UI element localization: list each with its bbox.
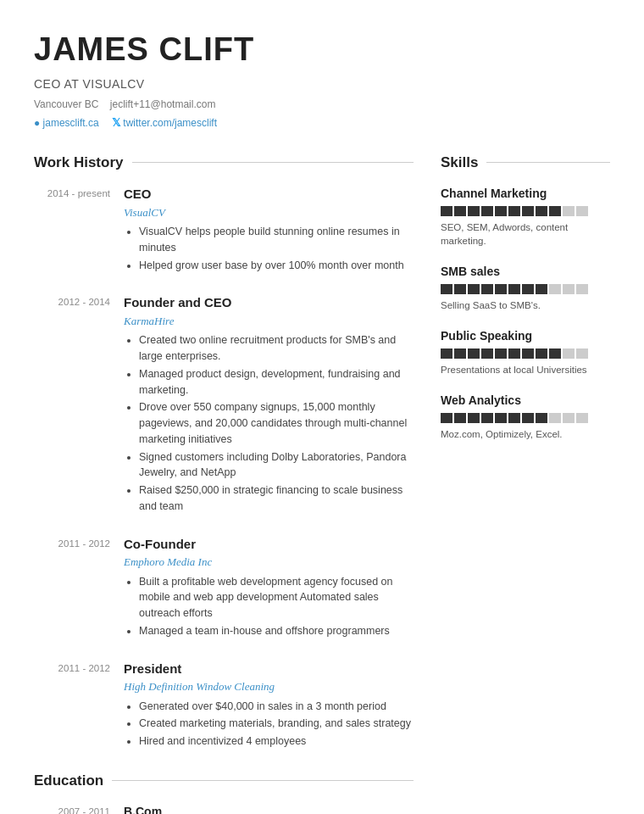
pip-filled — [454, 284, 466, 294]
pip-filled — [508, 413, 520, 423]
pip-filled — [522, 413, 534, 423]
skill-bar-2 — [441, 348, 610, 359]
pip-filled — [441, 348, 452, 359]
pip-filled — [508, 348, 520, 359]
pip-filled — [495, 348, 507, 359]
skill-name-2: Public Speaking — [441, 327, 610, 345]
pip-filled — [481, 413, 493, 423]
list-item: Drove over 550 company signups, 15,000 m… — [139, 399, 414, 447]
job-title-ceo: CEO — [124, 185, 414, 204]
candidate-name: JAMES CLIFT — [34, 25, 610, 74]
pip-empty — [563, 284, 575, 294]
list-item: Managed product design, development, fun… — [139, 366, 414, 399]
work-dates-karmahire: 2012 - 2014 — [34, 293, 110, 516]
bullet-list-president: Generated over $40,000 in sales in a 3 m… — [124, 699, 414, 750]
skill-desc-2: Presentations at local Universities — [441, 363, 610, 376]
bullet-list-karmahire: Created two online recruitment products … — [124, 332, 414, 514]
work-entry-karmahire: 2012 - 2014 Founder and CEO KarmaHire Cr… — [34, 293, 414, 516]
pip-filled — [468, 206, 480, 216]
skill-block-2: Public SpeakingPresentations at local Un… — [441, 327, 610, 376]
education-divider — [112, 780, 414, 781]
main-layout: Work History 2014 - present CEO VisualCV… — [34, 152, 610, 815]
twitter-link[interactable]: twitter.com/jamesclift — [123, 117, 217, 129]
pip-filled — [495, 413, 507, 423]
bullet-list-ceo: VisualCV helps people build stunning onl… — [124, 224, 414, 273]
skill-block-1: SMB salesSelling SaaS to SMB's. — [441, 263, 610, 312]
email: jeclift+11@hotmail.com — [110, 98, 216, 110]
education-title: Education — [34, 770, 103, 792]
skills-header: Skills — [441, 152, 610, 174]
company-name-emphoro: Emphoro Media Inc — [124, 554, 414, 571]
pip-filled — [536, 348, 547, 359]
pip-filled — [508, 284, 520, 294]
pip-filled — [522, 206, 534, 216]
pip-empty — [563, 348, 575, 359]
pip-empty — [576, 348, 588, 359]
pip-empty — [576, 413, 588, 423]
pip-filled — [441, 413, 452, 423]
skill-bar-3 — [441, 413, 610, 423]
pip-filled — [441, 284, 452, 294]
edu-entry-bcom: 2007 - 2011 B.Com University of British … — [34, 803, 414, 814]
pip-filled — [536, 413, 547, 423]
contact-info: Vancouver BC jeclift+11@hotmail.com — [34, 97, 610, 112]
pip-filled — [495, 206, 507, 216]
work-entry-ceo: 2014 - present CEO VisualCV VisualCV hel… — [34, 185, 414, 275]
work-history-section: Work History 2014 - present CEO VisualCV… — [34, 152, 414, 751]
edu-dates-bcom: 2007 - 2011 — [34, 803, 110, 814]
location: Vancouver BC — [34, 98, 98, 110]
pip-empty — [549, 413, 561, 423]
pip-filled — [508, 206, 520, 216]
pip-filled — [468, 413, 480, 423]
job-title-karmahire: Founder and CEO — [124, 293, 414, 313]
education-header: Education — [34, 770, 414, 792]
skill-bar-0 — [441, 206, 610, 216]
education-section: Education 2007 - 2011 B.Com University o… — [34, 770, 414, 814]
list-item: Generated over $40,000 in sales in a 3 m… — [139, 699, 414, 715]
work-content-president: President High Definition Window Cleanin… — [124, 660, 414, 751]
pip-filled — [522, 284, 534, 294]
pip-filled — [495, 284, 507, 294]
links: ● jamesclift.ca 𝕏 twitter.com/jamesclift — [34, 114, 610, 131]
skills-title: Skills — [441, 152, 478, 174]
work-content-emphoro: Co-Founder Emphoro Media Inc Built a pro… — [124, 535, 414, 641]
pip-filled — [454, 348, 466, 359]
list-item: VisualCV helps people build stunning onl… — [139, 224, 414, 256]
candidate-title: CEO AT VISUALCV — [34, 75, 610, 93]
work-dates-ceo: 2014 - present — [34, 185, 110, 275]
skills-list: Channel MarketingSEO, SEM, Adwords, cont… — [441, 185, 610, 441]
work-content-ceo: CEO VisualCV VisualCV helps people build… — [124, 185, 414, 275]
skill-name-1: SMB sales — [441, 263, 610, 281]
skill-desc-3: Moz.com, Optimizely, Excel. — [441, 427, 610, 441]
pip-empty — [576, 284, 588, 294]
skill-name-3: Web Analytics — [441, 392, 610, 410]
job-title-emphoro: Co-Founder — [124, 535, 414, 555]
edu-degree-bcom: B.Com — [124, 803, 414, 814]
list-item: Signed customers including Dolby Laborat… — [139, 449, 414, 482]
pip-filled — [522, 348, 534, 359]
skills-divider — [486, 162, 610, 163]
pip-filled — [536, 206, 547, 216]
pip-filled — [481, 348, 493, 359]
skill-block-0: Channel MarketingSEO, SEM, Adwords, cont… — [441, 185, 610, 248]
job-title-president: President — [124, 660, 414, 679]
pip-filled — [468, 348, 480, 359]
pip-empty — [563, 413, 575, 423]
work-history-header: Work History — [34, 152, 414, 174]
skill-desc-1: Selling SaaS to SMB's. — [441, 298, 610, 312]
pip-filled — [536, 284, 547, 294]
list-item: Managed a team in-house and offshore pro… — [139, 623, 414, 639]
pip-filled — [441, 206, 452, 216]
website-link[interactable]: jamesclift.ca — [43, 117, 102, 129]
list-item: Built a profitable web development agenc… — [139, 574, 414, 622]
pip-empty — [576, 206, 588, 216]
list-item: Raised $250,000 in strategic financing t… — [139, 482, 414, 515]
left-column: Work History 2014 - present CEO VisualCV… — [34, 152, 414, 815]
work-entry-president: 2011 - 2012 President High Definition Wi… — [34, 660, 414, 751]
pip-filled — [454, 206, 466, 216]
company-name-ceo: VisualCV — [124, 204, 414, 221]
work-history-title: Work History — [34, 152, 124, 174]
pip-filled — [481, 206, 493, 216]
company-name-karmahire: KarmaHire — [124, 313, 414, 330]
bullet-list-emphoro: Built a profitable web development agenc… — [124, 574, 414, 639]
